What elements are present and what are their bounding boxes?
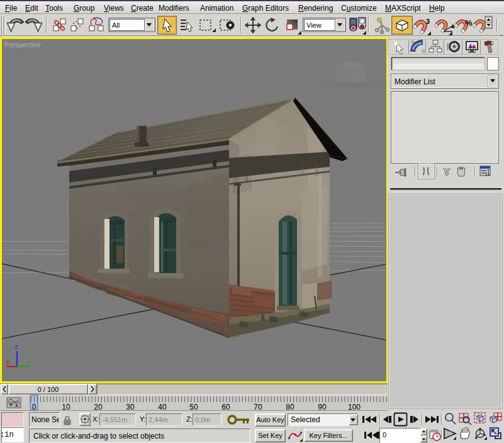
svg-text:80: 80 xyxy=(286,403,294,411)
svg-text:50: 50 xyxy=(189,403,198,411)
svg-text:BK: BK xyxy=(355,71,362,77)
svg-text:z: z xyxy=(14,342,18,350)
svg-text:40: 40 xyxy=(158,403,167,411)
svg-text:90: 90 xyxy=(318,403,327,411)
svg-text:View: View xyxy=(306,21,322,29)
svg-text:x: x xyxy=(6,358,10,366)
svg-text:Modifier List: Modifier List xyxy=(395,77,435,86)
svg-text:0: 0 xyxy=(32,403,36,411)
svg-text:%: % xyxy=(465,18,473,28)
svg-text:20: 20 xyxy=(94,403,103,411)
svg-text:60: 60 xyxy=(221,403,230,411)
svg-text:BOT: BOT xyxy=(342,72,352,77)
svg-text:3: 3 xyxy=(426,18,430,25)
svg-text:100: 100 xyxy=(348,403,361,411)
svg-text:y: y xyxy=(28,358,31,366)
svg-text:All: All xyxy=(112,21,120,29)
svg-text:70: 70 xyxy=(254,403,262,411)
svg-text:10: 10 xyxy=(62,403,70,411)
svg-text:30: 30 xyxy=(126,403,135,411)
